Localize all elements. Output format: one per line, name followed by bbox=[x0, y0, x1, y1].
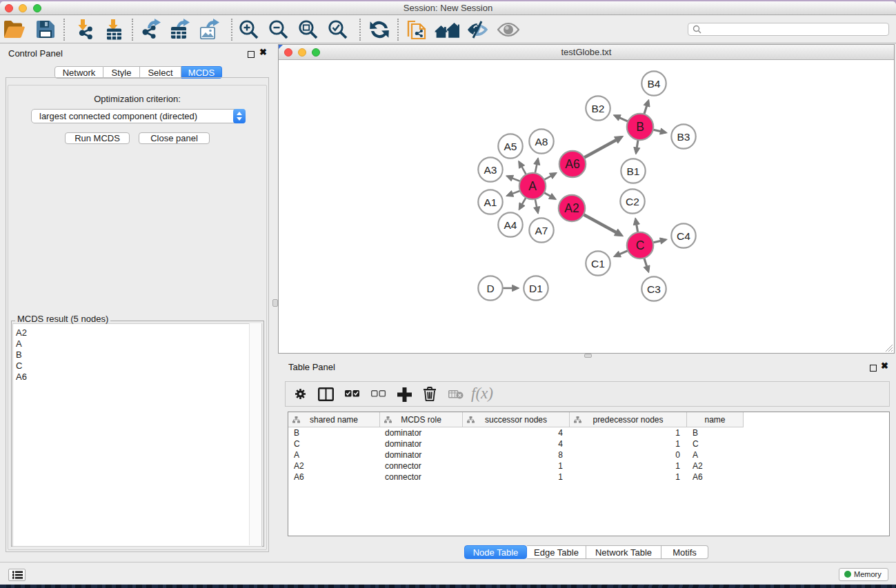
svg-text:B2: B2 bbox=[592, 103, 605, 114]
svg-text:D1: D1 bbox=[529, 283, 543, 294]
svg-text:A4: A4 bbox=[504, 219, 517, 231]
svg-text:A3: A3 bbox=[484, 164, 497, 176]
svg-text:A2: A2 bbox=[564, 201, 579, 215]
svg-text:B1: B1 bbox=[627, 165, 640, 177]
svg-text:C3: C3 bbox=[647, 283, 661, 295]
svg-text:C4: C4 bbox=[677, 230, 690, 242]
svg-text:B4: B4 bbox=[648, 78, 661, 90]
svg-text:A7: A7 bbox=[535, 225, 548, 236]
svg-text:A1: A1 bbox=[484, 196, 497, 208]
svg-text:A: A bbox=[528, 179, 537, 193]
svg-text:B3: B3 bbox=[677, 131, 690, 143]
svg-text:B: B bbox=[636, 120, 644, 134]
svg-text:A6: A6 bbox=[565, 157, 579, 171]
svg-text:C2: C2 bbox=[626, 196, 639, 207]
svg-text:A8: A8 bbox=[535, 136, 548, 148]
svg-text:C: C bbox=[636, 239, 645, 252]
svg-text:D: D bbox=[486, 283, 494, 294]
svg-text:A5: A5 bbox=[504, 141, 517, 152]
svg-text:C1: C1 bbox=[591, 258, 605, 270]
